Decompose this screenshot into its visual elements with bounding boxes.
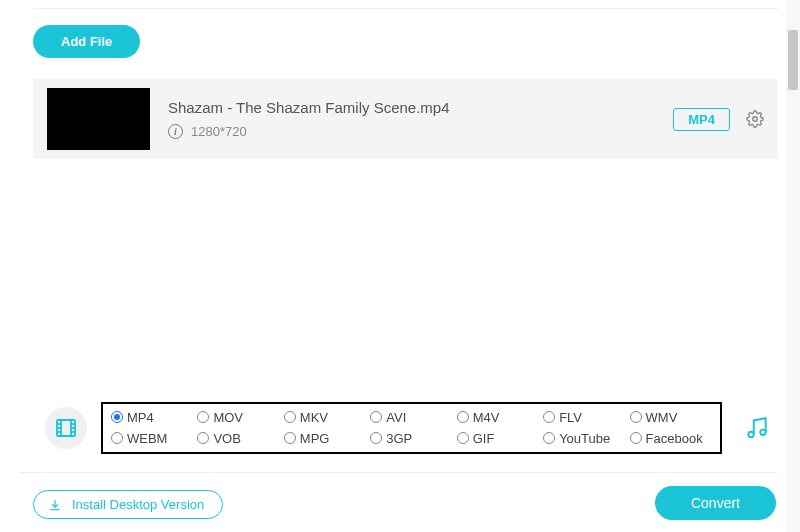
format-option-mov[interactable]: MOV	[197, 410, 279, 425]
add-file-button[interactable]: Add File	[33, 25, 140, 58]
file-name: Shazam - The Shazam Family Scene.mp4	[168, 99, 673, 116]
audio-mode-button[interactable]	[736, 407, 778, 449]
format-label: WEBM	[127, 431, 167, 446]
radio-icon	[543, 411, 555, 423]
format-label: MP4	[127, 410, 154, 425]
format-label: VOB	[213, 431, 240, 446]
file-meta: i 1280*720	[168, 124, 673, 139]
format-badge[interactable]: MP4	[673, 108, 730, 131]
format-option-gif[interactable]: GIF	[457, 431, 539, 446]
radio-icon	[111, 432, 123, 444]
format-label: MPG	[300, 431, 330, 446]
format-label: FLV	[559, 410, 582, 425]
format-label: WMV	[646, 410, 678, 425]
format-option-3gp[interactable]: 3GP	[370, 431, 452, 446]
format-label: GIF	[473, 431, 495, 446]
radio-icon	[197, 432, 209, 444]
scrollbar-track[interactable]	[786, 0, 800, 532]
svg-point-0	[753, 117, 758, 122]
format-label: MKV	[300, 410, 328, 425]
video-thumbnail[interactable]	[47, 88, 150, 150]
file-resolution: 1280*720	[191, 124, 247, 139]
file-info: Shazam - The Shazam Family Scene.mp4 i 1…	[168, 99, 673, 139]
gear-icon[interactable]	[746, 110, 764, 128]
video-mode-button[interactable]	[45, 407, 87, 449]
radio-icon	[197, 411, 209, 423]
radio-icon	[284, 411, 296, 423]
radio-icon	[370, 411, 382, 423]
radio-icon	[457, 432, 469, 444]
divider	[33, 8, 778, 9]
format-option-webm[interactable]: WEBM	[111, 431, 193, 446]
format-option-mkv[interactable]: MKV	[284, 410, 366, 425]
install-desktop-button[interactable]: Install Desktop Version	[33, 490, 223, 519]
radio-icon	[630, 432, 642, 444]
radio-icon	[284, 432, 296, 444]
format-label: 3GP	[386, 431, 412, 446]
convert-button[interactable]: Convert	[655, 486, 776, 520]
radio-icon	[543, 432, 555, 444]
format-option-facebook[interactable]: Facebook	[630, 431, 712, 446]
format-option-mp4[interactable]: MP4	[111, 410, 193, 425]
file-row: Shazam - The Shazam Family Scene.mp4 i 1…	[33, 79, 778, 159]
format-option-avi[interactable]: AVI	[370, 410, 452, 425]
format-option-flv[interactable]: FLV	[543, 410, 625, 425]
install-label: Install Desktop Version	[72, 497, 204, 512]
radio-icon	[457, 411, 469, 423]
svg-point-10	[748, 431, 753, 436]
format-option-vob[interactable]: VOB	[197, 431, 279, 446]
radio-icon	[370, 432, 382, 444]
format-option-wmv[interactable]: WMV	[630, 410, 712, 425]
radio-icon	[111, 411, 123, 423]
format-options: MP4MOVMKVAVIM4VFLVWMVWEBMVOBMPG3GPGIFYou…	[101, 402, 722, 454]
format-label: M4V	[473, 410, 500, 425]
svg-point-11	[760, 429, 765, 434]
format-label: AVI	[386, 410, 406, 425]
format-option-mpg[interactable]: MPG	[284, 431, 366, 446]
music-icon	[744, 415, 770, 441]
info-icon[interactable]: i	[168, 124, 183, 139]
format-label: MOV	[213, 410, 243, 425]
format-label: YouTube	[559, 431, 610, 446]
format-label: Facebook	[646, 431, 703, 446]
divider	[20, 472, 778, 473]
format-option-youtube[interactable]: YouTube	[543, 431, 625, 446]
format-option-m4v[interactable]: M4V	[457, 410, 539, 425]
scrollbar-thumb[interactable]	[788, 30, 798, 90]
format-panel: MP4MOVMKVAVIM4VFLVWMVWEBMVOBMPG3GPGIFYou…	[33, 395, 778, 460]
film-icon	[54, 416, 78, 440]
radio-icon	[630, 411, 642, 423]
download-icon	[48, 498, 62, 512]
